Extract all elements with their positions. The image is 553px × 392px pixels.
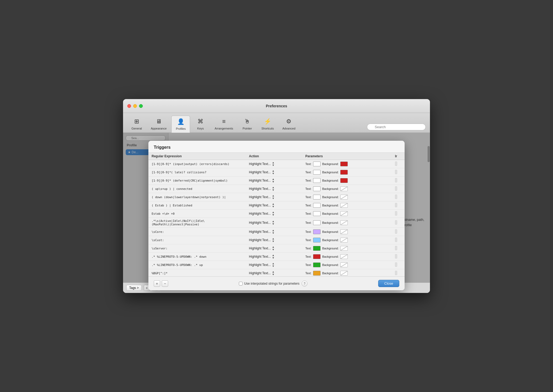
- table-row[interactable]: ( Estab ) | EstablishedHighlight Text...…: [148, 201, 405, 210]
- background-label: Background:: [322, 272, 339, 275]
- tab-shortcuts-label: Shortcuts: [261, 127, 274, 130]
- bg-color-swatch[interactable]: [340, 229, 348, 234]
- footer-center: Use interpolated strings for parameters …: [239, 281, 307, 287]
- text-color-swatch[interactable]: [313, 238, 321, 242]
- text-color-swatch[interactable]: [313, 246, 321, 251]
- ir-cell: [392, 177, 405, 185]
- text-color-swatch[interactable]: [313, 220, 321, 225]
- table-row[interactable]: ( down (down|lowerlayerdown|notpresent) …: [148, 193, 405, 201]
- action-text: Highlight Text...: [249, 255, 271, 258]
- table-row[interactable]: [1-9][0-9]* (input|output) (errors|disca…: [148, 160, 405, 168]
- bg-color-swatch[interactable]: [340, 246, 348, 251]
- action-text: Highlight Text...: [249, 263, 271, 267]
- ir-scrollbar: [395, 271, 397, 275]
- bg-color-swatch[interactable]: [340, 271, 348, 276]
- action-cell: Highlight Text...▲▼: [246, 253, 302, 261]
- tab-pointer[interactable]: 🖱 Pointer: [238, 116, 256, 132]
- bg-color-swatch[interactable]: [340, 162, 348, 166]
- text-label: Text:: [305, 238, 311, 242]
- interpolated-checkbox[interactable]: [239, 282, 243, 285]
- bg-color-swatch[interactable]: [340, 262, 348, 267]
- profiles-icon: 👤: [176, 117, 185, 126]
- text-label: Text:: [305, 263, 311, 266]
- tags-button[interactable]: Tags >: [126, 285, 142, 291]
- tab-arrangements[interactable]: ≡ Arrangements: [211, 116, 237, 132]
- bg-color-swatch[interactable]: [340, 178, 348, 183]
- remove-trigger-button[interactable]: −: [162, 280, 168, 287]
- regex-cell: ( down (down|lowerlayerdown|notpresent) …: [148, 193, 246, 201]
- params-cell: Text:Background:: [302, 244, 392, 253]
- help-button[interactable]: ?: [302, 281, 307, 287]
- tab-general[interactable]: ⊞ General: [127, 116, 146, 132]
- action-cell: Highlight Text...▲▼: [246, 218, 302, 228]
- action-text: Highlight Text...: [249, 221, 271, 225]
- table-row[interactable]: %BGP[^:]*Highlight Text...▲▼Text:Backgro…: [148, 269, 405, 277]
- action-cell: Highlight Text...▲▼: [246, 269, 302, 277]
- ir-scrollbar: [395, 203, 397, 207]
- table-row[interactable]: Estab +\d+ +0Highlight Text...▲▼Text:Bac…: [148, 210, 405, 218]
- regex-cell: \sCust:: [148, 236, 246, 244]
- table-row[interactable]: .* %LINEPROTO-5-UPDOWN: .* downHighlight…: [148, 253, 405, 261]
- close-window-button[interactable]: [127, 104, 131, 108]
- text-label: Text:: [305, 212, 311, 215]
- add-trigger-button[interactable]: +: [154, 280, 160, 287]
- table-row[interactable]: \sCust:Highlight Text...▲▼Text:Backgroun…: [148, 236, 405, 244]
- text-color-swatch[interactable]: [313, 262, 321, 267]
- text-color-swatch[interactable]: [313, 203, 321, 208]
- ir-scrollbar: [395, 211, 397, 215]
- table-row[interactable]: [1-9][0-9]*( late)? collisions?Highlight…: [148, 168, 405, 177]
- ir-scrollbar: [395, 262, 397, 267]
- text-color-swatch[interactable]: [313, 162, 321, 166]
- action-arrows-icon: ▲▼: [272, 203, 275, 208]
- search-input[interactable]: [367, 124, 426, 130]
- tab-appearance-label: Appearance: [151, 127, 167, 130]
- modal-body[interactable]: Regular Expression Action Parameters Ir …: [148, 153, 405, 276]
- table-row[interactable]: \sServer:Highlight Text...▲▼Text:Backgro…: [148, 244, 405, 253]
- text-color-swatch[interactable]: [313, 195, 321, 199]
- text-label: Text:: [305, 272, 311, 275]
- bg-color-swatch[interactable]: [340, 195, 348, 199]
- bg-color-swatch[interactable]: [340, 254, 348, 259]
- bg-color-swatch[interactable]: [340, 211, 348, 216]
- interpolated-label: Use interpolated strings for parameters: [244, 282, 299, 285]
- bg-color-swatch[interactable]: [340, 220, 348, 225]
- ir-cell: [392, 201, 405, 210]
- action-arrows-icon: ▲▼: [272, 170, 275, 175]
- bg-color-swatch[interactable]: [340, 238, 348, 242]
- text-color-swatch[interactable]: [313, 271, 321, 276]
- table-row[interactable]: [1-9][0-9]* (deferred|CRC|alignment|symb…: [148, 177, 405, 185]
- action-arrows-icon: ▲▼: [272, 254, 275, 259]
- tab-profiles-label: Profiles: [176, 127, 186, 130]
- text-color-swatch[interactable]: [313, 229, 321, 234]
- table-row[interactable]: .* %LINEPROTO-5-UPDOWN: .* upHighlight T…: [148, 261, 405, 269]
- triggers-table: Regular Expression Action Parameters Ir …: [148, 153, 405, 276]
- bg-color-swatch[interactable]: [340, 170, 348, 175]
- table-row[interactable]: \sCore:Highlight Text...▲▼Text:Backgroun…: [148, 228, 405, 236]
- tab-shortcuts[interactable]: ⚡ Shortcuts: [258, 116, 277, 132]
- action-text: Highlight Text...: [249, 230, 271, 234]
- text-color-swatch[interactable]: [313, 178, 321, 183]
- bg-color-swatch[interactable]: [340, 203, 348, 208]
- text-color-swatch[interactable]: [313, 211, 321, 216]
- close-button[interactable]: Close: [378, 280, 399, 287]
- text-color-swatch[interactable]: [313, 186, 321, 191]
- tab-keys[interactable]: ⌘ Keys: [191, 116, 210, 132]
- tab-appearance[interactable]: 🖥 Appearance: [147, 116, 170, 132]
- action-cell: Highlight Text...▲▼: [246, 177, 302, 185]
- params-cell: Text:Background:: [302, 218, 392, 228]
- text-color-swatch[interactable]: [313, 170, 321, 175]
- tab-profiles[interactable]: 👤 Profiles: [171, 116, 190, 133]
- table-row[interactable]: .*\s(Active|Idle\(NoIf\)|Idle\(MaxPath\)…: [148, 218, 405, 228]
- maximize-window-button[interactable]: [139, 104, 143, 108]
- ir-cell: [392, 193, 405, 201]
- table-row[interactable]: ( up\s+up ) | connectedHighlight Text...…: [148, 185, 405, 193]
- action-cell: Highlight Text...▲▼: [246, 201, 302, 210]
- titlebar: Preferences: [123, 99, 430, 113]
- minimize-window-button[interactable]: [133, 104, 137, 108]
- header-regex: Regular Expression: [148, 153, 246, 160]
- tab-advanced[interactable]: ⚙ Advanced: [279, 116, 299, 132]
- text-color-swatch[interactable]: [313, 254, 321, 259]
- action-text: Highlight Text...: [249, 212, 271, 215]
- ir-cell: [392, 160, 405, 168]
- bg-color-swatch[interactable]: [340, 186, 348, 191]
